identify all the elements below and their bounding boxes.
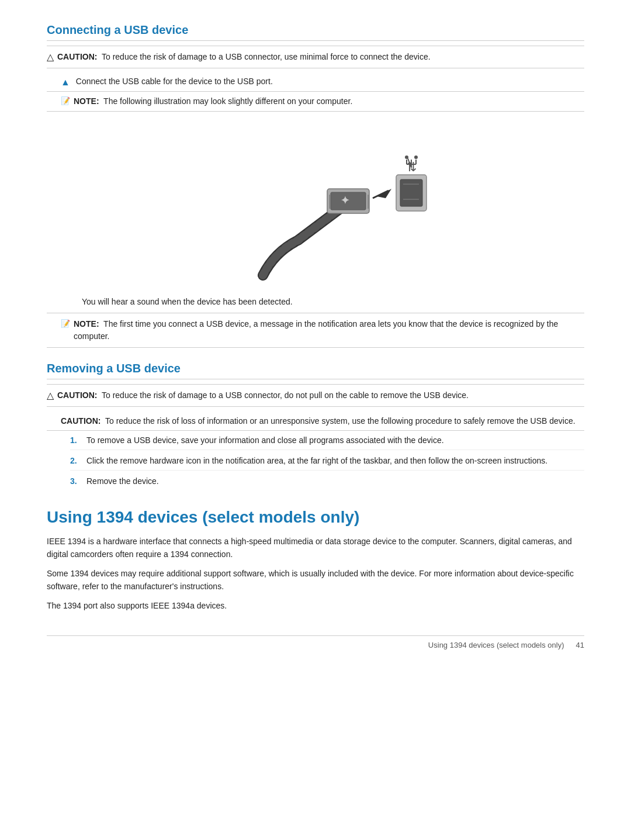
chapter-section: Using 1394 devices (select models only) … <box>47 508 584 612</box>
chapter-heading: Using 1394 devices (select models only) <box>47 508 584 527</box>
svg-rect-8 <box>400 179 422 206</box>
step-1-number: 1. <box>70 435 81 445</box>
connect-note1-label: NOTE: <box>74 96 99 106</box>
remove-step-3: 3. Remove the device. <box>70 476 584 490</box>
connecting-caution-text: CAUTION: To reduce the risk of damage to… <box>57 51 431 63</box>
svg-text:✦: ✦ <box>341 195 349 206</box>
chapter-para-1: IEEE 1394 is a hardware interface that c… <box>47 535 584 561</box>
caution-triangle-icon: △ <box>47 51 54 63</box>
connect-note1-text: NOTE: The following illustration may loo… <box>74 95 352 108</box>
removing-caution2-label: CAUTION: <box>61 416 100 426</box>
bullet-triangle-icon: ▲ <box>61 77 70 88</box>
connect-note2-box: 📝 NOTE: The first time you connect a USB… <box>47 313 584 348</box>
remove-step-1: 1. To remove a USB device, save your inf… <box>70 435 584 450</box>
connecting-heading: Connecting a USB device <box>47 23 584 41</box>
svg-point-14 <box>414 155 418 159</box>
note-icon: 📝 <box>61 96 70 105</box>
connect-note2-label: NOTE: <box>74 319 99 329</box>
removing-steps-list: 1. To remove a USB device, save your inf… <box>47 435 584 490</box>
page-number: 41 <box>576 641 584 649</box>
removing-caution2-box: CAUTION: To reduce the risk of loss of i… <box>47 412 584 431</box>
sound-detected-text: You will hear a sound when the device ha… <box>47 296 584 308</box>
usb-illustration-area: ✦ ⇅ <box>82 123 584 289</box>
page-footer: Using 1394 devices (select models only) … <box>47 635 584 649</box>
connecting-section: Connecting a USB device △ CAUTION: To re… <box>47 23 584 348</box>
connecting-caution-label: CAUTION: <box>57 52 97 61</box>
step-2-text: Click the remove hardware icon in the no… <box>86 456 547 465</box>
step-3-number: 3. <box>70 476 81 486</box>
remove-step-2: 2. Click the remove hardware icon in the… <box>70 456 584 471</box>
connect-note2-text: NOTE: The first time you connect a USB d… <box>74 318 584 343</box>
connect-step: ▲ Connect the USB cable for the device t… <box>47 73 584 92</box>
removing-caution2-text: CAUTION: To reduce the risk of loss of i… <box>61 416 575 426</box>
removing-caution1-text: CAUTION: To reduce the risk of damage to… <box>57 389 469 402</box>
step-1-text: To remove a USB device, save your inform… <box>86 435 444 445</box>
footer-text: Using 1394 devices (select models only) <box>428 641 564 649</box>
removing-caution1-label: CAUTION: <box>57 390 97 400</box>
removing-caution1-box: △ CAUTION: To reduce the risk of damage … <box>47 384 584 407</box>
usb-diagram: ✦ ⇅ <box>210 123 456 287</box>
removing-heading: Removing a USB device <box>47 362 584 379</box>
removing-section: Removing a USB device △ CAUTION: To redu… <box>47 362 584 490</box>
chapter-para-3: The 1394 port also supports IEEE 1394a d… <box>47 599 584 612</box>
connecting-caution-box: △ CAUTION: To reduce the risk of damage … <box>47 46 584 68</box>
connect-step-text: Connect the USB cable for the device to … <box>76 77 273 86</box>
chapter-para-2: Some 1394 devices may require additional… <box>47 567 584 593</box>
svg-point-13 <box>405 155 408 159</box>
step-2-number: 2. <box>70 456 81 465</box>
note2-icon: 📝 <box>61 319 70 328</box>
step-3-text: Remove the device. <box>86 476 159 486</box>
removing-caution1-triangle-icon: △ <box>47 390 54 401</box>
connect-note1-box: 📝 NOTE: The following illustration may l… <box>47 92 584 112</box>
